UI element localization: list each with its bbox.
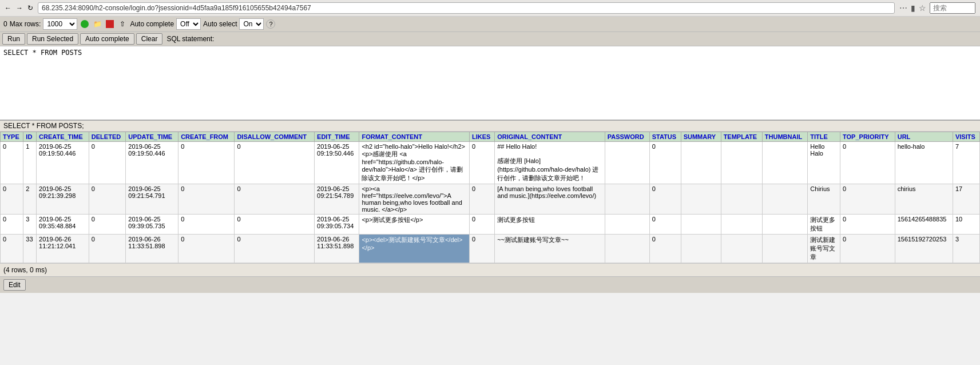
cell-summary [681,215,721,235]
cell-title: 测试新建 账号写文 章 [808,235,840,263]
cell-type: 0 [1,142,23,184]
clear-button[interactable]: Clear [136,33,163,45]
query-history: SELECT * FROM POSTS; [0,121,980,132]
cell-deleted: 0 [89,142,126,184]
cell-thumbnail [762,184,808,215]
cell-thumbnail [762,215,808,235]
cell-id: 2 [23,184,37,215]
cell-top_priority: 0 [840,184,895,215]
cell-template [721,142,762,184]
cell-url: chirius [895,184,953,215]
cell-update_time: 2019-06-25 09:39:05.735 [126,215,178,235]
cell-password [605,142,649,184]
col-header-disallow_comment: DISALLOW_COMMENT [235,132,315,142]
cell-format_content: <h2 id="hello-halo">Hello Halo!</h2> <p>… [359,142,470,184]
cell-update_time: 2019-06-25 09:21:54.791 [126,184,178,215]
cell-format_content: <p><a href="https://eelve.com/levo/">A h… [359,184,470,215]
col-header-original_content: ORIGINAL_CONTENT [495,132,605,142]
cell-url: hello-halo [895,142,953,184]
cell-edit_time: 2019-06-25 09:39:05.734 [315,215,359,235]
cell-visits: 10 [953,215,979,235]
more-icon[interactable]: ⋯ [899,3,907,13]
results-table: TYPEIDCREATE_TIMEDELETEDUPDATE_TIMECREAT… [0,132,980,263]
search-input[interactable] [930,2,975,14]
cell-create_from: 0 [178,184,235,215]
auto-complete-button[interactable]: Auto complete [80,33,134,45]
col-header-id: ID [23,132,37,142]
run-green-icon[interactable] [80,19,90,29]
url-bar[interactable] [38,2,895,14]
cell-original_content: [A human being,who loves football and mu… [495,184,605,215]
cell-create_from: 0 [178,142,235,184]
button-row: Run Run Selected Auto complete Clear SQL… [0,32,980,46]
cell-original_content: ~~测试新建账号写文章~~ [495,235,605,263]
cell-summary [681,235,721,263]
col-header-thumbnail: THUMBNAIL [762,132,808,142]
auto-select-select[interactable]: On Off [239,18,264,30]
max-rows-select[interactable]: 1000 100 500 10000 [43,18,77,30]
col-header-status: STATUS [649,132,681,142]
browser-bar: ← → ↻ ⋯ ▮ ☆ [0,0,980,17]
table-row: 022019-06-25 09:21:39.29802019-06-25 09:… [1,184,980,215]
cell-deleted: 0 [89,235,126,263]
cell-create_time: 2019-06-25 09:35:48.884 [37,215,89,235]
stop-red-icon[interactable] [105,19,115,29]
cell-disallow_comment: 0 [235,142,315,184]
sql-statement-label: SQL statement: [166,35,214,43]
cell-id: 33 [23,235,37,263]
cell-url: 15614265488835 [895,215,953,235]
star-icon[interactable]: ☆ [919,3,926,13]
cell-type: 0 [1,235,23,263]
col-header-edit_time: EDIT_TIME [315,132,359,142]
results-container: TYPEIDCREATE_TIMEDELETEDUPDATE_TIMECREAT… [0,132,980,263]
browser-back-icon[interactable]: ← [5,4,11,12]
col-header-create_time: CREATE_TIME [37,132,89,142]
folder-icon[interactable]: 📁 [92,19,102,29]
col-header-password: PASSWORD [605,132,649,142]
col-header-type: TYPE [1,132,23,142]
cell-format_content: <p><del>测试新建账号写文章</del></p> [359,235,470,263]
col-header-update_time: UPDATE_TIME [126,132,178,142]
cell-top_priority: 0 [840,235,895,263]
cell-original_content: 测试更多按钮 [495,215,605,235]
cell-update_time: 2019-06-26 11:33:51.898 [126,235,178,263]
cell-edit_time: 2019-06-25 09:19:50.446 [315,142,359,184]
auto-select-label: Auto select [203,20,237,28]
cell-summary [681,142,721,184]
cell-password [605,215,649,235]
bookmark-icon[interactable]: ▮ [911,3,915,13]
table-body: 012019-06-25 09:19:50.44602019-06-25 09:… [1,142,980,263]
export-icon[interactable]: ⇧ [117,19,128,29]
col-header-title: TITLE [808,132,840,142]
cell-summary [681,184,721,215]
col-header-likes: LIKES [469,132,494,142]
cell-disallow_comment: 0 [235,215,315,235]
cell-visits: 7 [953,142,979,184]
browser-refresh-icon[interactable]: ↻ [27,4,33,12]
edit-row: Edit [0,276,980,293]
cell-password [605,184,649,215]
cell-edit_time: 2019-06-25 09:21:54.789 [315,184,359,215]
cell-status: 0 [649,215,681,235]
edit-button[interactable]: Edit [3,279,26,291]
cell-url: 15615192720253 [895,235,953,263]
run-button[interactable]: Run [2,33,25,45]
cell-status: 0 [649,142,681,184]
max-rows-label: Max rows: [10,20,41,28]
cell-thumbnail [762,235,808,263]
cell-status: 0 [649,235,681,263]
table-row: 0332019-06-26 11:21:12.04102019-06-26 11… [1,235,980,263]
cell-create_time: 2019-06-25 09:19:50.446 [37,142,89,184]
cell-create_from: 0 [178,235,235,263]
col-header-template: TEMPLATE [721,132,762,142]
cell-title: Hello Halo [808,142,840,184]
col-header-visits: VISITS [953,132,979,142]
help-icon[interactable]: ? [266,19,275,29]
col-header-top_priority: TOP_PRIORITY [840,132,895,142]
browser-forward-icon[interactable]: → [16,4,23,12]
run-selected-button[interactable]: Run Selected [27,33,78,45]
sql-editor[interactable]: SELECT * FROM POSTS [0,46,980,121]
table-row: 032019-06-25 09:35:48.88402019-06-25 09:… [1,215,980,235]
auto-complete-select[interactable]: Off On [176,18,201,30]
cell-likes: 0 [469,215,494,235]
